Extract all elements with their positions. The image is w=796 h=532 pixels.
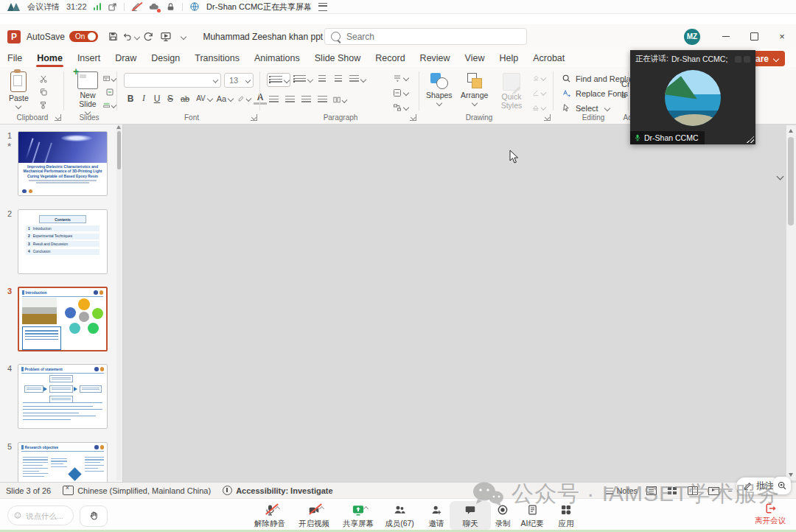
tab-acrobat[interactable]: Acrobat [526,50,572,66]
tab-draw[interactable]: Draw [108,50,144,66]
reset-slide-button[interactable] [103,86,116,97]
overlay-window-icons[interactable] [735,56,750,63]
section-button[interactable] [103,99,116,111]
font-size-combo[interactable] [224,73,254,88]
paste-button[interactable]: Paste [9,71,29,108]
unmute-button[interactable]: 解除静音 [249,503,290,529]
shape-outline-button[interactable] [532,86,545,99]
align-center-button[interactable] [283,94,296,106]
replace-fonts-button[interactable]: Replace Fonts [562,88,628,98]
overlay-resize-handle[interactable] [747,136,754,143]
bullets-button[interactable] [267,73,290,87]
speaker-video-overlay[interactable]: 正在讲话: Dr-Shan CCMC; Dr-Shan CCMC [630,50,755,144]
search-input[interactable] [345,31,495,43]
tab-slide-show[interactable]: Slide Show [307,50,369,66]
cloud-record-icon[interactable] [148,1,159,12]
autosave-toggle[interactable]: On [69,31,98,42]
shapes-button[interactable]: Shapes [426,73,453,105]
tab-insert[interactable]: Insert [70,50,108,66]
user-avatar[interactable]: MZ [684,29,700,45]
arrange-button[interactable]: Arrange [461,73,488,105]
meeting-lock-icon[interactable] [166,2,175,12]
thumbnail-slide-3-selected[interactable]: Introduction [18,287,108,351]
save-button[interactable] [105,29,121,45]
shape-fill-button[interactable] [532,71,545,84]
minimize-button[interactable] [712,24,740,49]
open-in-window-icon[interactable] [108,2,117,12]
language-status[interactable]: Chinese (Simplified, Mainland China) [63,486,211,495]
accessibility-status[interactable]: Accessibility: Investigate [223,486,332,495]
convert-to-smartart-button[interactable] [391,101,410,113]
select-button[interactable]: Select [562,103,610,113]
start-video-button[interactable]: 开启视频 [293,503,335,529]
highlight-color-button[interactable] [237,92,251,105]
strikethrough-button[interactable]: S [164,92,177,105]
share-screen-button[interactable]: 共享屏幕 [338,503,379,529]
zoom-out-icon[interactable]: − [727,486,732,495]
slideshow-view-button[interactable] [707,485,720,497]
copy-button[interactable] [37,86,49,97]
font-size-input[interactable] [228,75,244,85]
quick-chat-input-box[interactable] [7,505,74,525]
increase-indent-button[interactable] [332,73,345,85]
collapse-ribbon-button[interactable] [775,172,783,181]
new-slide-button[interactable]: New Slide [71,71,105,114]
text-direction-button[interactable] [391,71,410,84]
font-name-combo[interactable] [124,73,221,88]
tab-transitions[interactable]: Transitions [187,50,247,66]
undo-button[interactable] [122,29,139,45]
align-left-button[interactable] [267,94,280,106]
thumbnail-slide-5[interactable]: Research objective [18,442,108,482]
members-button[interactable]: 成员(67) [379,503,420,529]
bold-button[interactable]: B [124,92,137,105]
font-name-input[interactable] [128,75,212,85]
columns-button[interactable] [333,94,346,106]
start-slideshow-button[interactable] [158,29,174,45]
slide-sorter-view-button[interactable] [666,485,679,497]
thumbnail-slide-1[interactable]: Improving Dielectric Characteristics and… [18,131,108,196]
redo-button[interactable] [140,29,156,45]
slide-layout-button[interactable] [103,73,116,84]
character-spacing-button[interactable]: AV [195,92,214,105]
font-dialog-launcher[interactable] [251,114,257,121]
tab-review[interactable]: Review [413,50,458,66]
thumbnail-slide-4[interactable]: Problem of statement [18,364,108,429]
quick-styles-button[interactable]: Quick Styles [495,73,528,110]
justify-button[interactable] [315,94,329,106]
slide-counter[interactable]: Slide 3 of 26 [6,486,51,495]
raise-hand-button[interactable] [80,505,108,527]
drawing-dialog-launcher[interactable] [544,114,551,121]
tab-design[interactable]: Design [144,50,187,66]
decrease-indent-button[interactable] [315,73,329,85]
normal-view-button[interactable] [645,485,658,497]
sharing-menu-icon[interactable] [318,3,327,11]
search-box[interactable] [324,28,527,45]
numbering-button[interactable] [293,73,313,85]
leave-meeting-button[interactable]: 离开会议 [755,503,786,526]
thumbnail-slide-2[interactable]: Contents 1Introduction 2Experimental Tec… [18,209,108,274]
reading-view-button[interactable] [686,485,699,497]
tab-file[interactable]: File [0,50,29,66]
meeting-details-link[interactable]: 会议详情 [27,1,60,13]
annotation-disabled-icon[interactable] [131,1,142,12]
emoji-icon[interactable] [14,511,21,520]
cut-button[interactable] [37,73,49,84]
maximize-button[interactable] [740,24,768,49]
paragraph-dialog-launcher[interactable] [410,114,416,121]
thumbnail-scrollbar[interactable] [116,125,122,480]
quick-chat-input[interactable] [24,511,67,521]
notes-button[interactable]: Notes [606,486,638,495]
clipboard-dialog-launcher[interactable] [55,114,61,121]
align-right-button[interactable] [299,94,313,106]
tab-view[interactable]: View [458,50,492,66]
tab-animations[interactable]: Animations [247,50,307,66]
font-color-button[interactable]: A [254,92,267,105]
magnifier-tool-button[interactable] [773,477,791,494]
line-spacing-button[interactable] [348,73,367,85]
customize-quick-access-button[interactable] [175,29,192,45]
shape-effects-button[interactable] [532,101,545,113]
text-shadow-button[interactable]: ab [177,92,193,105]
underline-button[interactable]: U [150,92,164,105]
change-case-button[interactable]: Aa [215,92,234,105]
slide-area-scrollbar[interactable] [786,125,796,480]
